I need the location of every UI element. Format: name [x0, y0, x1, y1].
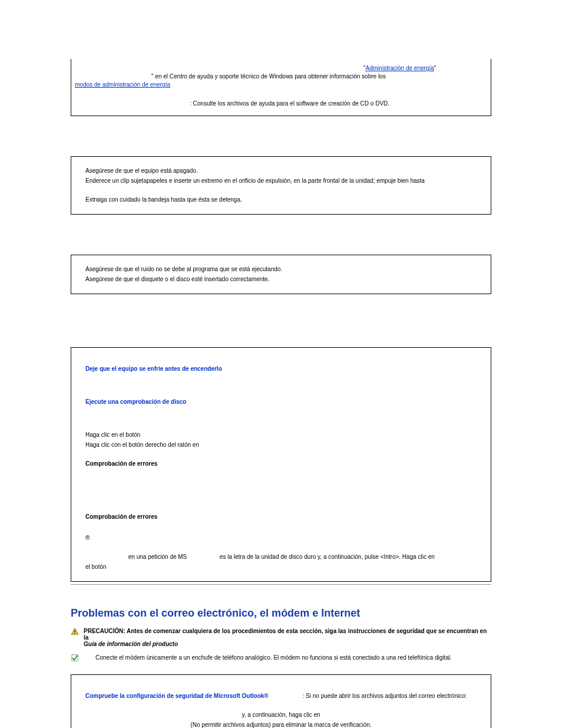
outlook-rest: : Si no puede abrir los archivos adjunto… [303, 693, 467, 699]
eject-tray-box: Asegúrese de que el equipo está apagado.… [71, 156, 491, 215]
eject-step-3: Extraiga con cuidado la bandeja hasta qu… [85, 196, 477, 204]
outlook-heading: Compruebe la configuración de seguridad … [85, 693, 269, 699]
caution-label: PRECAUCIÓN: [84, 628, 125, 634]
hd-errorcheck-1: Comprobación de errores [85, 460, 157, 467]
hd-errorcheck-2: Comprobación de errores [85, 513, 157, 520]
hd-registered: ® [85, 534, 477, 542]
note-text: Conecte el módem únicamente a un enchufe… [95, 654, 452, 661]
caution-text: Antes de comenzar cualquiera de los proc… [84, 628, 487, 641]
power-admin-link[interactable]: Administración de energía [366, 65, 434, 71]
eject-step-1: Asegúrese de que el equipo está apagado. [85, 167, 477, 175]
outlook-box: Compruebe la configuración de seguridad … [71, 674, 491, 728]
harddisk-box: Deje que el equipo se enfríe antes de en… [71, 347, 491, 582]
hd-drive-letter-text: es la letra de la unidad de disco duro y… [218, 554, 435, 560]
hd-step-2: Haga clic con el botón derecho del ratón… [85, 441, 477, 449]
hd-heading-1: Deje que el equipo se enfríe antes de en… [85, 365, 222, 372]
cd-software-text: : Consulte los archivos de ayuda para el… [190, 100, 389, 107]
svg-rect-2 [74, 633, 75, 634]
power-mgmt-box: xxxxxxxxxxxxxxxxxxxxxxxxxxxxxxxxxxxxxxxx… [71, 59, 491, 116]
hd-step-1: Haga clic en el botón [85, 431, 477, 439]
section-title-email-modem: Problemas con el correo electrónico, el … [71, 607, 491, 620]
power-modes-link-2[interactable]: modos de administración de energía [75, 81, 170, 88]
power-text-1: " en el Centro de ayuda y soporte técnic… [151, 73, 387, 80]
warning-icon [71, 628, 79, 635]
hd-ms-prompt: en una petición de MS [127, 554, 187, 560]
caution-guide: Guía de información del producto [84, 641, 178, 647]
noise-step-1: Asegúrese de que el ruido no se debe al … [85, 265, 477, 274]
outlook-mid-2: (No permitir archivos adjuntos) para eli… [190, 722, 371, 728]
noise-step-2: Asegúrese de que el disquete o el disco … [85, 275, 477, 284]
noise-check-box: Asegúrese de que el ruido no se debe al … [71, 255, 491, 294]
eject-step-2: Enderece un clip sujetapapeles e inserte… [85, 177, 477, 185]
hd-bottom-end: el botón [85, 563, 477, 571]
svg-rect-1 [74, 630, 75, 633]
note-icon [71, 654, 79, 661]
outlook-mid-1: y, a continuación, haga clic en [242, 711, 320, 718]
hd-heading-2: Ejecute una comprobación de disco [85, 398, 186, 405]
